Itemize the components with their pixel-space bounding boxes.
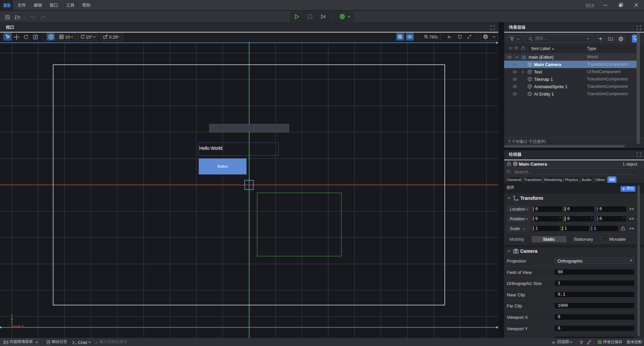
svg-text:Button: Button <box>218 164 228 168</box>
svg-text:Hello World: Hello World <box>199 146 222 151</box>
svg-text:X: X <box>21 324 24 328</box>
svg-text:Y: Y <box>11 313 13 318</box>
